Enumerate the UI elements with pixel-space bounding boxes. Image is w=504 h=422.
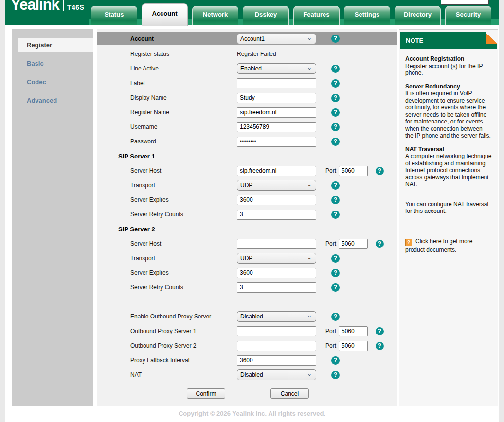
password-input[interactable] bbox=[237, 137, 316, 147]
field-label: Transport bbox=[130, 255, 155, 262]
section-title: SIP Server 2 bbox=[118, 226, 155, 233]
field-label: Register status bbox=[130, 51, 169, 57]
yealink-admin-page: Yealink T46S StatusAccountNetworkDsskeyF… bbox=[0, 0, 504, 422]
top-header-bar: Yealink T46S StatusAccountNetworkDsskeyF… bbox=[5, 0, 499, 25]
account-select[interactable]: Account1 ⌄ bbox=[237, 34, 316, 44]
help-icon[interactable]: ? bbox=[331, 79, 340, 88]
note-section-title: Account Registration bbox=[405, 55, 492, 63]
display-name-input[interactable] bbox=[237, 93, 316, 103]
note-section-title: Server Redundancy bbox=[405, 83, 492, 90]
form-row-server-retry-counts: Server Retry Counts? bbox=[97, 207, 397, 222]
page-sheet: Yealink T46S StatusAccountNetworkDsskeyF… bbox=[5, 0, 499, 422]
register-status-value: Register Failed bbox=[237, 51, 276, 57]
product-docs-link[interactable]: ?Click here to get more product document… bbox=[405, 238, 492, 254]
form-row-line-active: Line ActiveEnabled⌄? bbox=[97, 61, 397, 76]
register-name-input[interactable] bbox=[237, 107, 316, 118]
field-label: Register Name bbox=[130, 109, 169, 116]
transport-select-value: UDP bbox=[240, 255, 252, 262]
line-active-select[interactable]: Enabled⌄ bbox=[237, 63, 316, 74]
field-label: NAT bbox=[130, 371, 142, 378]
tab-account[interactable]: Account bbox=[142, 3, 188, 26]
server-host-port-input[interactable] bbox=[339, 239, 368, 249]
field-label: Username bbox=[130, 123, 157, 130]
note-section-body: A computer networking technique of estab… bbox=[405, 153, 492, 188]
sidebar-item-label: Codec bbox=[12, 78, 46, 86]
server-retry-counts-input[interactable] bbox=[237, 210, 316, 220]
port-label: Port bbox=[325, 328, 336, 334]
enable-outbound-proxy-server-select[interactable]: Disabled⌄ bbox=[237, 311, 316, 322]
form-row-register-name: Register Name? bbox=[97, 105, 397, 120]
form-row-label: Label? bbox=[97, 76, 397, 90]
form-row-transport: TransportUDP⌄? bbox=[97, 178, 397, 193]
sidebar-item-codec[interactable]: Codec bbox=[12, 75, 93, 88]
tab-settings[interactable]: Settings bbox=[344, 6, 390, 25]
doc-help-icon: ? bbox=[405, 239, 412, 246]
help-icon[interactable]: ? bbox=[376, 240, 384, 248]
server-retry-counts-input[interactable] bbox=[237, 282, 316, 293]
username-input[interactable] bbox=[237, 122, 316, 132]
help-icon[interactable]: ? bbox=[331, 254, 340, 263]
server-expires-input[interactable] bbox=[237, 268, 316, 278]
server-expires-input[interactable] bbox=[237, 195, 316, 205]
help-icon[interactable]: ? bbox=[331, 35, 340, 43]
proxy-fallback-interval-input[interactable] bbox=[237, 355, 316, 366]
transport-select[interactable]: UDP⌄ bbox=[237, 253, 316, 264]
note-extra-text: You can configure NAT traversal for this… bbox=[405, 201, 492, 215]
outbound-proxy-server-1-input[interactable] bbox=[237, 326, 316, 336]
form-row-outbound-proxy-server-2: Outbound Proxy Server 2Port? bbox=[97, 338, 397, 353]
help-icon[interactable]: ? bbox=[376, 167, 384, 175]
help-icon[interactable]: ? bbox=[376, 342, 384, 350]
top-dropdown-partial[interactable] bbox=[441, 0, 489, 5]
field-label: Password bbox=[130, 138, 156, 145]
help-icon[interactable]: ? bbox=[331, 371, 340, 379]
server-host-input[interactable] bbox=[237, 239, 316, 249]
help-icon[interactable]: ? bbox=[331, 283, 340, 292]
help-icon[interactable]: ? bbox=[331, 211, 340, 219]
sidebar-item-advanced[interactable]: Advanced bbox=[12, 93, 93, 107]
port-field: Port bbox=[325, 166, 368, 176]
tab-directory[interactable]: Directory bbox=[395, 6, 441, 25]
help-icon[interactable]: ? bbox=[376, 327, 384, 335]
chevron-down-icon: ⌄ bbox=[307, 64, 312, 71]
form-row-username: Username? bbox=[97, 120, 397, 134]
help-icon[interactable]: ? bbox=[331, 269, 340, 277]
server-host-input[interactable] bbox=[237, 166, 316, 176]
tab-security[interactable]: Security bbox=[445, 6, 491, 25]
sidebar-item-register[interactable]: Register bbox=[12, 38, 93, 52]
tab-network[interactable]: Network bbox=[192, 6, 238, 25]
help-icon[interactable]: ? bbox=[331, 94, 340, 102]
cancel-button[interactable]: Cancel bbox=[270, 388, 309, 399]
field-label: Label bbox=[130, 80, 144, 87]
outbound-proxy-server-2-input[interactable] bbox=[237, 341, 316, 351]
tab-features[interactable]: Features bbox=[293, 6, 340, 25]
sidebar-item-label: Basic bbox=[12, 60, 44, 67]
tab-status[interactable]: Status bbox=[91, 6, 137, 25]
help-icon[interactable]: ? bbox=[331, 181, 340, 190]
help-icon[interactable]: ? bbox=[331, 138, 340, 146]
sidebar-item-basic[interactable]: Basic bbox=[12, 56, 93, 70]
logo-wordmark: Yealink bbox=[11, 0, 59, 14]
note-section-body: It is often required in VoIP development… bbox=[405, 90, 492, 140]
field-label: Outbound Proxy Server 1 bbox=[130, 328, 196, 334]
help-icon[interactable]: ? bbox=[331, 196, 340, 204]
form-row-register-status: Register statusRegister Failed bbox=[97, 47, 397, 61]
help-icon[interactable]: ? bbox=[331, 313, 340, 321]
server-host-port-input[interactable] bbox=[339, 166, 368, 176]
help-icon[interactable]: ? bbox=[331, 65, 340, 73]
folded-corner-icon bbox=[486, 32, 497, 44]
nat-select[interactable]: Disabled⌄ bbox=[237, 369, 316, 380]
port-label: Port bbox=[325, 167, 336, 174]
form-row-server-host: Server HostPort? bbox=[97, 236, 397, 251]
form-row-transport: TransportUDP⌄? bbox=[97, 251, 397, 265]
section-heading: SIP Server 1 bbox=[97, 149, 397, 163]
logo-divider bbox=[63, 0, 64, 11]
outbound-proxy-server-2-port-input[interactable] bbox=[339, 341, 368, 351]
transport-select[interactable]: UDP⌄ bbox=[237, 180, 316, 191]
confirm-button[interactable]: Confirm bbox=[187, 388, 225, 399]
help-icon[interactable]: ? bbox=[331, 123, 340, 131]
tab-dsskey[interactable]: Dsskey bbox=[243, 6, 289, 25]
help-icon[interactable]: ? bbox=[331, 108, 340, 117]
label-input[interactable] bbox=[237, 78, 316, 88]
help-icon[interactable]: ? bbox=[331, 356, 340, 365]
outbound-proxy-server-1-port-input[interactable] bbox=[339, 326, 368, 336]
